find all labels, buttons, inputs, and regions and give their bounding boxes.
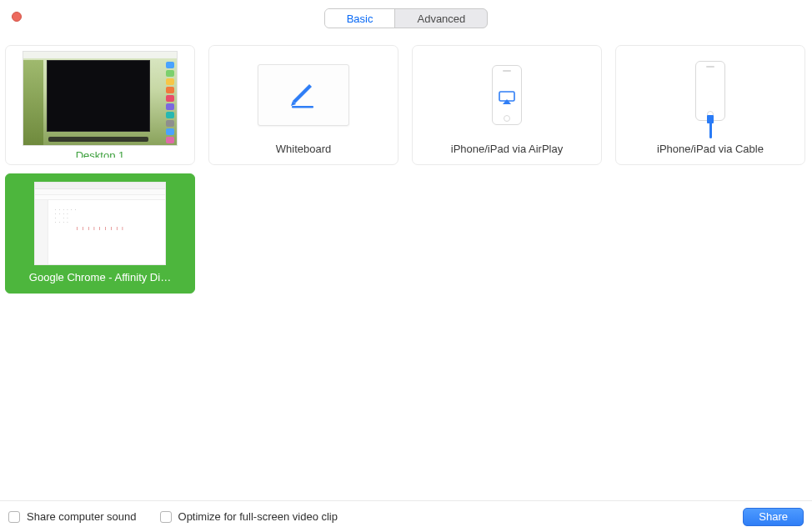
checkbox-label: Share computer sound <box>27 510 137 523</box>
titlebar: Basic Advanced <box>0 0 812 37</box>
source-chrome-window[interactable]: · · · · · ·· · · ·· · ·· · · · I I I I I… <box>5 173 195 294</box>
source-thumbnail <box>419 51 594 139</box>
source-label: iPhone/iPad via Cable <box>623 143 798 155</box>
svg-rect-0 <box>292 106 313 108</box>
mode-tabs: Basic Advanced <box>324 8 489 28</box>
source-iphone-cable[interactable]: iPhone/iPad via Cable <box>615 45 805 165</box>
tab-advanced[interactable]: Advanced <box>395 9 487 28</box>
source-label: Desktop 1 <box>13 149 188 158</box>
cable-icon <box>708 115 713 138</box>
checkbox-box <box>160 511 172 523</box>
desktop-screenshot <box>23 51 178 146</box>
checkbox-box <box>8 511 20 523</box>
pencil-icon <box>289 81 318 109</box>
optimize-video-checkbox[interactable]: Optimize for full-screen video clip <box>160 510 338 523</box>
close-window-button[interactable] <box>12 12 22 22</box>
source-thumbnail <box>623 51 798 139</box>
share-button[interactable]: Share <box>743 508 804 526</box>
airplay-icon <box>499 91 515 104</box>
source-desktop-1[interactable]: Desktop 1 <box>5 45 195 165</box>
source-iphone-airplay[interactable]: iPhone/iPad via AirPlay <box>412 45 602 165</box>
source-thumbnail <box>13 51 188 146</box>
source-thumbnail <box>216 51 391 139</box>
phone-outline-icon <box>695 61 725 121</box>
share-computer-sound-checkbox[interactable]: Share computer sound <box>8 510 137 523</box>
source-thumbnail: · · · · · ·· · · ·· · ·· · · · I I I I I… <box>13 179 188 268</box>
chrome-screenshot: · · · · · ·· · · ·· · ·· · · · I I I I I… <box>34 182 166 265</box>
footer-bar: Share computer sound Optimize for full-s… <box>0 500 812 532</box>
whiteboard-icon-card <box>258 64 349 126</box>
share-sources-grid: Desktop 1 Whiteboard <box>0 37 812 294</box>
tab-basic[interactable]: Basic <box>325 9 395 28</box>
source-label: Google Chrome - Affinity Di… <box>13 271 188 284</box>
source-whiteboard[interactable]: Whiteboard <box>208 45 398 165</box>
phone-outline-icon <box>492 65 522 125</box>
source-label: iPhone/iPad via AirPlay <box>419 143 594 155</box>
source-label: Whiteboard <box>216 143 391 155</box>
window-controls <box>12 12 22 22</box>
checkbox-label: Optimize for full-screen video clip <box>178 510 338 523</box>
